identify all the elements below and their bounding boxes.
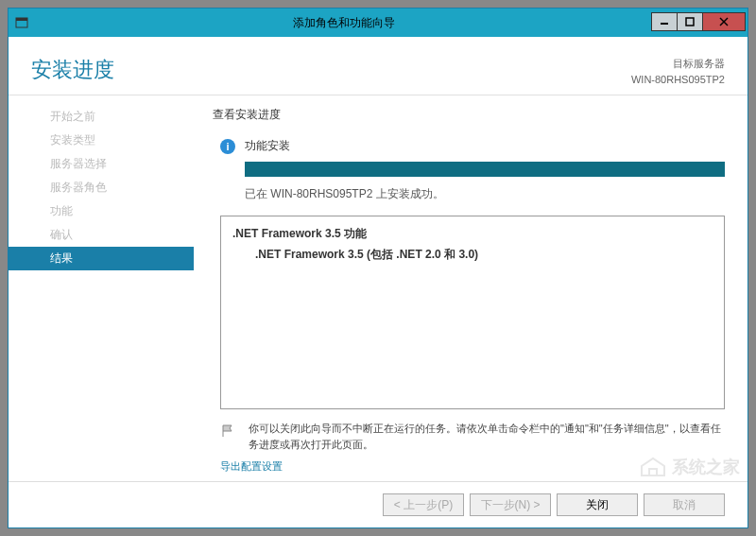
- next-button: 下一步(N) >: [470, 493, 551, 516]
- svg-rect-1: [16, 18, 27, 21]
- titlebar: 添加角色和功能向导: [9, 9, 747, 37]
- minimize-button[interactable]: [651, 12, 678, 31]
- close-button[interactable]: [702, 12, 746, 31]
- footer: < 上一步(P) 下一步(N) > 关闭 取消: [9, 481, 747, 527]
- feature-parent: .NET Framework 3.5 功能: [232, 224, 713, 245]
- body: 开始之前 安装类型 服务器选择 服务器角色 功能 确认 结果 查看安装进度 i …: [9, 95, 747, 481]
- main-panel: 查看安装进度 i 功能安装 已在 WIN-80RHS095TP2 上安装成功。 …: [194, 95, 747, 481]
- feature-child: .NET Framework 3.5 (包括 .NET 2.0 和 3.0): [232, 245, 713, 266]
- header: 安装进度 目标服务器 WIN-80RHS095TP2: [9, 37, 747, 95]
- sidebar-item-server-selection: 服务器选择: [9, 152, 194, 176]
- sidebar: 开始之前 安装类型 服务器选择 服务器角色 功能 确认 结果: [9, 95, 194, 481]
- close-wizard-button[interactable]: 关闭: [557, 493, 638, 516]
- target-server-info: 目标服务器 WIN-80RHS095TP2: [631, 56, 725, 87]
- target-server: WIN-80RHS095TP2: [631, 72, 725, 88]
- app-icon: [14, 15, 29, 30]
- wizard-window: 添加角色和功能向导 安装进度 目标服务器 WIN-80RHS095TP2 开始之…: [8, 8, 748, 528]
- progress-bar: [245, 162, 725, 177]
- status-row: i 功能安装: [213, 138, 725, 154]
- hint-row: 你可以关闭此向导而不中断正在运行的任务。请依次单击命令栏中的"通知"和"任务详细…: [220, 421, 725, 452]
- sidebar-item-confirmation: 确认: [9, 223, 194, 247]
- sidebar-item-server-roles: 服务器角色: [9, 176, 194, 199]
- window-title: 添加角色和功能向导: [35, 15, 652, 31]
- view-progress-label: 查看安装进度: [213, 107, 725, 123]
- success-message: 已在 WIN-80RHS095TP2 上安装成功。: [245, 186, 725, 202]
- svg-rect-3: [686, 18, 694, 26]
- maximize-button[interactable]: [677, 12, 703, 31]
- window-controls: [652, 12, 746, 33]
- hint-text: 你可以关闭此向导而不中断正在运行的任务。请依次单击命令栏中的"通知"和"任务详细…: [249, 421, 725, 452]
- status-label: 功能安装: [245, 138, 290, 154]
- flag-icon: [220, 421, 239, 452]
- page-title: 安装进度: [31, 56, 631, 84]
- content: 安装进度 目标服务器 WIN-80RHS095TP2 开始之前 安装类型 服务器…: [9, 37, 747, 527]
- cancel-button: 取消: [644, 493, 725, 516]
- info-icon: i: [220, 139, 235, 154]
- export-config-link[interactable]: 导出配置设置: [220, 459, 725, 474]
- target-label: 目标服务器: [631, 56, 725, 72]
- feature-list: .NET Framework 3.5 功能 .NET Framework 3.5…: [220, 216, 725, 409]
- previous-button: < 上一步(P): [383, 493, 464, 516]
- sidebar-item-features: 功能: [9, 199, 194, 223]
- sidebar-item-install-type: 安装类型: [9, 129, 194, 152]
- sidebar-item-results: 结果: [9, 247, 194, 270]
- sidebar-item-before-begin: 开始之前: [9, 105, 194, 129]
